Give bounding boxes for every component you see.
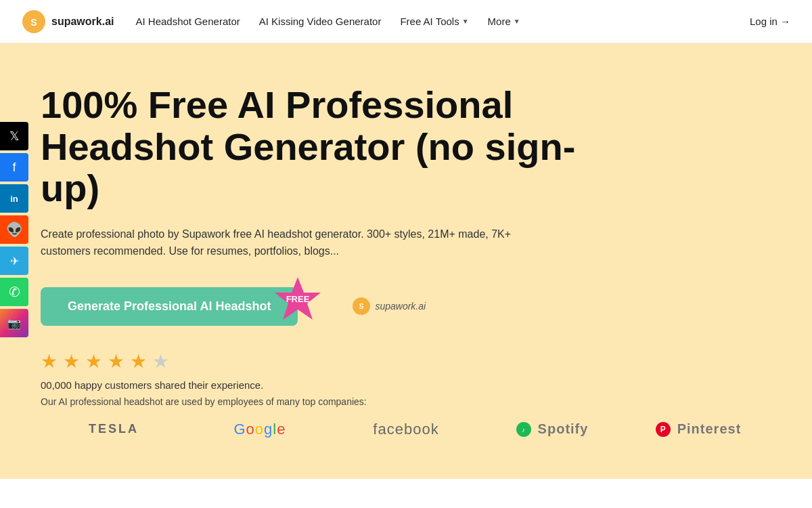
logo[interactable]: S supawork.ai bbox=[22, 9, 114, 34]
star-rating: ★ ★ ★ ★ ★ ★ bbox=[41, 350, 771, 373]
supawork-watermark: S supawork.ai bbox=[352, 297, 426, 316]
bottom-section: How to Generate Professional Headshots w… bbox=[0, 479, 812, 508]
star-4: ★ bbox=[108, 350, 125, 373]
hero-subtitle: Create professional photo by Supawork fr… bbox=[41, 226, 555, 260]
nav-links: AI Headshot Generator AI Kissing Video G… bbox=[135, 16, 749, 27]
star-2: ★ bbox=[63, 350, 80, 373]
spotify-icon bbox=[516, 422, 531, 437]
whatsapp-share-button[interactable]: ✆ bbox=[0, 278, 28, 306]
pinterest-logo: Pinterest bbox=[625, 421, 771, 437]
svg-text:S: S bbox=[30, 16, 37, 27]
svg-text:FREE: FREE bbox=[286, 294, 310, 304]
google-logo: Google bbox=[187, 421, 333, 438]
nav-more[interactable]: More ▼ bbox=[488, 16, 520, 27]
navbar: S supawork.ai AI Headshot Generator AI K… bbox=[0, 0, 812, 43]
star-3: ★ bbox=[85, 350, 102, 373]
spotify-logo: Spotify bbox=[479, 421, 625, 437]
facebook-share-button[interactable]: f bbox=[0, 153, 28, 182]
linkedin-share-button[interactable]: in bbox=[0, 184, 28, 213]
star-half: ★ bbox=[130, 350, 147, 373]
star-empty: ★ bbox=[152, 350, 169, 373]
reddit-share-button[interactable]: 👽 bbox=[0, 215, 28, 244]
supawork-small-logo: S bbox=[352, 297, 371, 316]
hero-section: 100% Free AI Professional Headshot Gener… bbox=[0, 43, 812, 479]
pinterest-icon bbox=[656, 422, 671, 437]
nav-headshot-generator[interactable]: AI Headshot Generator bbox=[135, 16, 240, 27]
company-logos: TESLA Google facebook Spotify Pinterest bbox=[41, 421, 771, 438]
logo-icon: S bbox=[22, 9, 46, 34]
cta-area: Generate Professional AI Headshot FREE S… bbox=[41, 287, 771, 326]
twitter-share-button[interactable]: 𝕏 bbox=[0, 122, 28, 150]
free-badge-svg: FREE bbox=[271, 274, 325, 328]
companies-used-text: Our AI professional headshot are used by… bbox=[41, 396, 771, 407]
nav-free-tools[interactable]: Free AI Tools ▼ bbox=[400, 16, 468, 27]
login-button[interactable]: Log in → bbox=[750, 16, 790, 27]
logo-text: supawork.ai bbox=[51, 16, 114, 28]
facebook-logo: facebook bbox=[333, 421, 479, 438]
more-chevron: ▼ bbox=[514, 18, 520, 25]
nav-kissing-video[interactable]: AI Kissing Video Generator bbox=[259, 16, 382, 27]
happy-customers-text: 00,000 happy customers shared their expe… bbox=[41, 379, 771, 391]
generate-headshot-button[interactable]: Generate Professional AI Headshot bbox=[41, 287, 298, 326]
free-tools-chevron: ▼ bbox=[462, 18, 469, 25]
social-sidebar: 𝕏 f in 👽 ✈ ✆ 📷 bbox=[0, 122, 28, 337]
instagram-share-button[interactable]: 📷 bbox=[0, 309, 28, 337]
svg-text:S: S bbox=[359, 303, 364, 311]
hero-title: 100% Free AI Professional Headshot Gener… bbox=[41, 84, 582, 209]
tesla-logo: TESLA bbox=[41, 422, 187, 436]
star-1: ★ bbox=[41, 350, 58, 373]
supawork-watermark-text: supawork.ai bbox=[375, 301, 426, 312]
free-badge-wrap: FREE bbox=[271, 274, 325, 331]
telegram-share-button[interactable]: ✈ bbox=[0, 247, 28, 275]
